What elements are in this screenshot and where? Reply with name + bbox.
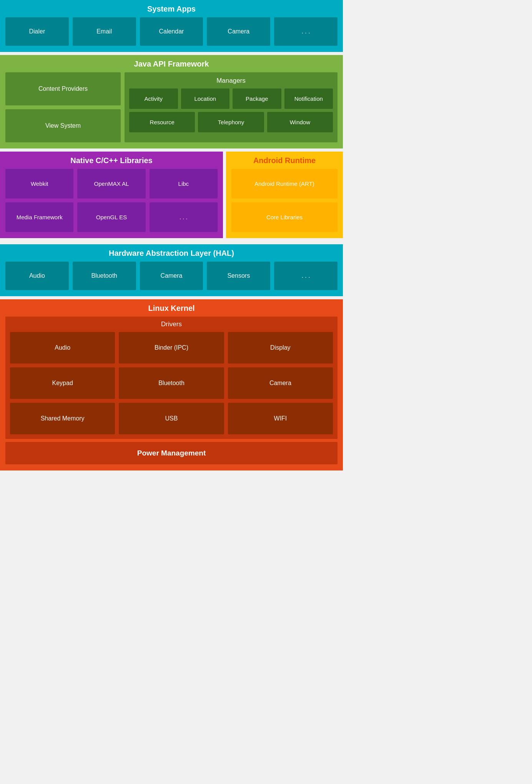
linux-kernel-layer: Linux Kernel Drivers Audio Binder (IPC) … [0,299,343,470]
manager-notification: Notification [284,88,333,109]
hal-bluetooth: Bluetooth [73,262,136,290]
driver-wifi: WIFI [228,403,333,434]
native-libs-title: Native C/C++ Libraries [5,156,218,165]
hal-layer: Hardware Abstraction Layer (HAL) Audio B… [0,244,343,296]
driver-audio: Audio [10,332,115,364]
driver-display: Display [228,332,333,364]
kernel-inner: Drivers Audio Binder (IPC) Display Keypa… [5,317,337,439]
manager-resource: Resource [129,112,195,132]
hal-sensors: Sensors [207,262,270,290]
app-email: Email [73,17,136,46]
manager-activity: Activity [129,88,178,109]
system-apps-title: System Apps [5,5,337,13]
manager-telephony: Telephony [198,112,264,132]
hal-title: Hardware Abstraction Layer (HAL) [5,249,337,258]
driver-binder: Binder (IPC) [119,332,224,364]
hal-more: . . . [274,262,337,290]
driver-shared-memory: Shared Memory [10,403,115,434]
content-providers-box: Content Providers [5,72,121,105]
app-more: . . . [274,17,337,46]
android-runtime-title: Android Runtime [231,156,337,165]
native-webkit: Webkit [5,169,73,199]
manager-package: Package [233,88,281,109]
android-runtime-layer: Android Runtime Android Runtime (ART) Co… [226,152,343,238]
native-more: . . . [150,202,218,232]
app-calendar: Calendar [140,17,203,46]
runtime-core-libs: Core Libraries [231,202,337,232]
native-runtime-row: Native C/C++ Libraries Webkit OpenMAX AL… [0,152,343,241]
native-libc: Libc [150,169,218,199]
java-api-layer: Java API Framework Content Providers Vie… [0,55,343,148]
driver-keypad: Keypad [10,367,115,399]
java-left: Content Providers View System [5,72,121,142]
java-api-title: Java API Framework [5,60,337,68]
native-opengl: OpenGL ES [77,202,145,232]
apps-row: Dialer Email Calendar Camera . . . [5,17,337,46]
system-apps-layer: System Apps Dialer Email Calendar Camera… [0,0,343,52]
manager-window: Window [267,112,333,132]
java-inner: Content Providers View System Managers A… [5,72,337,142]
driver-bluetooth: Bluetooth [119,367,224,399]
native-openmax: OpenMAX AL [77,169,145,199]
manager-location: Location [181,88,230,109]
drivers-title: Drivers [10,320,333,328]
hal-camera: Camera [140,262,203,290]
native-libs-layer: Native C/C++ Libraries Webkit OpenMAX AL… [0,152,223,238]
hal-row: Audio Bluetooth Camera Sensors . . . [5,262,337,290]
app-dialer: Dialer [5,17,69,46]
linux-kernel-title: Linux Kernel [5,304,337,313]
hal-audio: Audio [5,262,69,290]
power-management: Power Management [5,442,337,464]
runtime-art: Android Runtime (ART) [231,169,337,199]
driver-camera: Camera [228,367,333,399]
app-camera: Camera [207,17,270,46]
native-media: Media Framework [5,202,73,232]
managers-row2: Resource Telephony Window [129,112,333,132]
managers-section: Managers Activity Location Package Notif… [125,72,337,142]
native-grid: Webkit OpenMAX AL Libc Media Framework O… [5,169,218,232]
drivers-grid: Audio Binder (IPC) Display Keypad Blueto… [10,332,333,434]
managers-row1: Activity Location Package Notification [129,88,333,109]
view-system-box: View System [5,109,121,142]
managers-title: Managers [129,77,333,85]
runtime-grid: Android Runtime (ART) Core Libraries [231,169,337,232]
driver-usb: USB [119,403,224,434]
